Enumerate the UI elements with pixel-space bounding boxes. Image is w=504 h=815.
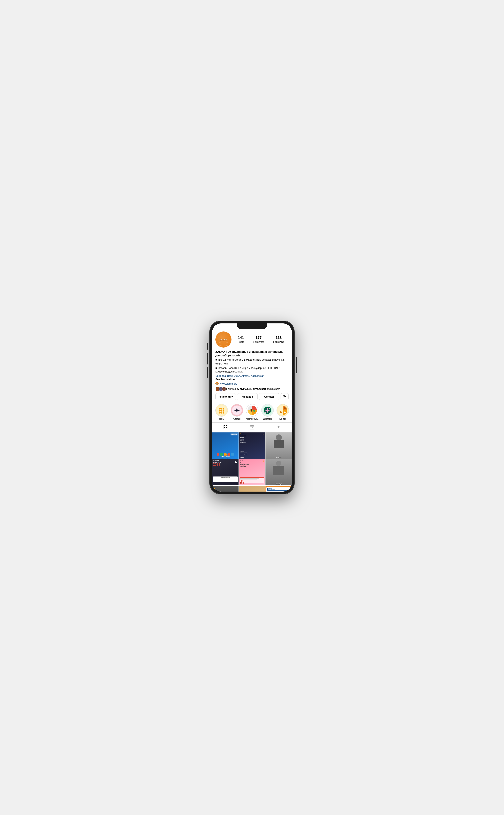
volume-down-button — [207, 367, 208, 378]
stats-group: 141 Posts 177 Followers 113 Following — [233, 336, 289, 344]
svg-point-6 — [223, 408, 224, 410]
svg-point-27 — [284, 407, 286, 409]
screen-content[interactable]: ZALMA 141 Posts — [212, 323, 292, 492]
tab-tagged[interactable] — [265, 423, 292, 432]
grid-item[interactable]: ▶ NationalLibrary of Med — [265, 486, 292, 492]
grid-item[interactable]: ZALMA ✦ Что такоемутационнаянагрузка? — [239, 459, 265, 486]
followed-avatar-3 — [222, 387, 226, 391]
highlight-circle-articles — [231, 404, 243, 417]
grid-item[interactable]: ▶ ✦ Русские вСредней... — [212, 486, 239, 492]
highlight-circle-contact — [277, 404, 289, 417]
volume-up-button — [207, 353, 208, 364]
grid-item[interactable] — [239, 486, 265, 492]
grid-item[interactable]: Бибинур — [265, 459, 292, 486]
phone-wrapper: ZALMA 141 Posts — [210, 321, 294, 494]
posts-label: Posts — [238, 340, 244, 343]
posts-count: 141 — [238, 336, 244, 340]
highlight-top3[interactable]: Топ 3 — [215, 404, 228, 420]
volume-mute-button — [207, 343, 208, 350]
highlight-masterclass[interactable]: Мастер-кл... — [246, 404, 258, 420]
svg-point-7 — [219, 410, 221, 412]
svg-point-10 — [219, 412, 221, 414]
svg-point-36 — [278, 426, 279, 427]
avatar-logo-text: ZALMA — [220, 339, 227, 341]
phone-screen: ZALMA 141 Posts — [212, 323, 292, 492]
svg-rect-30 — [224, 426, 225, 427]
followed-by: Followed by elvinaa.kk, aliya.expert and… — [215, 387, 289, 391]
highlight-label-exhibitions: Выставки — [263, 418, 273, 420]
grid-item[interactable]: ZALMA Кутты болсын!Наурыз мейрамы — [212, 432, 239, 459]
followed-text: Followed by elvinaa.kk, aliya.expert and… — [226, 388, 280, 390]
svg-point-25 — [265, 412, 266, 413]
svg-point-8 — [221, 410, 222, 412]
followers-count: 177 — [253, 336, 264, 340]
grid-item[interactable]: ▶ Календарьмероприятий 2023 МАРТ | АПРЕЛ… — [212, 459, 239, 486]
phone-frame: ZALMA 141 Posts — [210, 321, 294, 494]
svg-rect-19 — [251, 410, 251, 412]
tab-reels[interactable] — [239, 423, 265, 432]
bio-line2: ■ Обзоры новостей в мире молекулярной ГЕ… — [215, 366, 289, 374]
svg-point-29 — [284, 412, 286, 413]
svg-point-12 — [223, 412, 224, 414]
see-translation[interactable]: See Translation — [215, 378, 289, 381]
highlight-contact[interactable]: Контак — [277, 404, 289, 420]
highlight-exhibitions[interactable]: Выставки — [261, 404, 274, 420]
following-label: Following — [273, 340, 284, 343]
link-icon: 🔗 — [215, 382, 219, 385]
add-person-button[interactable] — [281, 393, 289, 400]
power-button — [296, 357, 297, 373]
followed-avatars — [215, 387, 225, 391]
svg-point-0 — [284, 395, 285, 396]
profile-header: ZALMA 141 Posts — [212, 329, 292, 348]
highlight-circle-exhibitions — [261, 404, 274, 417]
svg-rect-33 — [226, 428, 227, 429]
svg-point-4 — [219, 408, 221, 410]
website-link[interactable]: 🔗 www.zalma.org — [215, 382, 289, 385]
tab-bar — [212, 422, 292, 432]
grid-item[interactable]: обзор статьи Как автома-тизациялабора-то… — [239, 432, 265, 459]
svg-point-9 — [223, 410, 224, 412]
highlight-articles[interactable]: Статьи — [231, 404, 243, 420]
highlight-label-top3: Топ 3 — [219, 418, 224, 420]
highlight-label-articles: Статьи — [233, 418, 241, 420]
highlight-label-contact: Контак — [279, 418, 286, 420]
profile-stats-row: ZALMA 141 Posts — [215, 331, 289, 348]
tab-grid[interactable] — [212, 423, 239, 432]
profile-name: ZALMA | Оборудование и расходные материа… — [215, 350, 289, 357]
grid-item[interactable]: Маргат — [265, 432, 292, 459]
message-button[interactable]: Message — [237, 393, 258, 400]
contact-button[interactable]: Contact — [259, 393, 279, 400]
highlight-circle-top3 — [215, 404, 228, 417]
svg-point-5 — [221, 408, 222, 410]
bio-more[interactable]: more — [237, 370, 243, 373]
following-stat[interactable]: 113 Following — [273, 336, 284, 344]
svg-rect-20 — [251, 409, 252, 412]
following-button[interactable]: Following ▾ — [215, 393, 236, 400]
action-buttons: Following ▾ Message Contact — [212, 393, 292, 400]
following-count: 113 — [273, 336, 284, 340]
svg-point-24 — [269, 408, 270, 409]
followers-label: Followers — [253, 340, 264, 343]
bio-location: Bogenbai Batyr 305A, Almaty, Kazakhstan — [215, 374, 289, 377]
highlights-row[interactable]: Топ 3 Статьи — [212, 402, 292, 422]
svg-point-17 — [253, 410, 255, 412]
avatar[interactable]: ZALMA — [215, 331, 231, 348]
svg-rect-31 — [226, 426, 227, 427]
posts-stat[interactable]: 141 Posts — [238, 336, 244, 344]
svg-point-28 — [280, 411, 282, 413]
highlight-circle-masterclass — [246, 404, 258, 417]
notch — [237, 323, 267, 329]
highlight-label-masterclass: Мастер-кл... — [246, 418, 258, 420]
svg-rect-32 — [224, 428, 225, 429]
followers-stat[interactable]: 177 Followers — [253, 336, 264, 344]
posts-grid: ZALMA Кутты болсын!Наурыз мейрамы — [212, 432, 292, 492]
bio-section: ZALMA | Оборудование и расходные материа… — [212, 350, 292, 391]
bio-line1: ■ Уже 15 лет помогаем вам достигать успе… — [215, 358, 289, 365]
svg-point-11 — [221, 412, 222, 414]
